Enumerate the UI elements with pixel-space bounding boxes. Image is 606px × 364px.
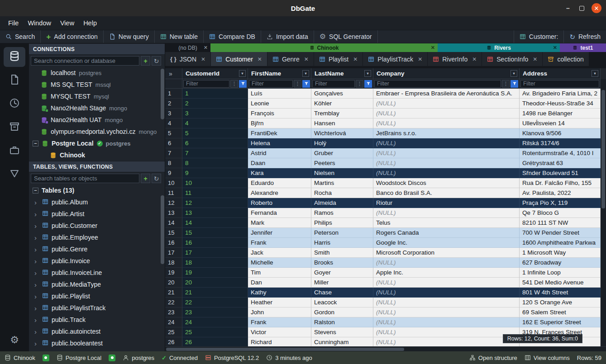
cell-firstname[interactable]: Mark [248, 218, 311, 228]
row-number[interactable]: 3 [165, 109, 182, 118]
cell-firstname[interactable]: John [248, 307, 311, 317]
cell-lastname[interactable]: Gordon [311, 307, 373, 317]
db-group-chinook[interactable]: Chinook✕ [210, 43, 438, 52]
cell-lastname[interactable]: Ralston [311, 317, 373, 327]
column-header-company[interactable]: Company ▾ [373, 68, 520, 79]
cell-lastname[interactable]: Peeters [311, 158, 373, 168]
cell-customerid[interactable]: 12 [182, 198, 248, 208]
cell-firstname[interactable]: Tim [248, 268, 311, 278]
menu-window[interactable]: Window [23, 18, 56, 28]
toolbar-button-customer[interactable]: Customer: [514, 30, 564, 43]
cell-customerid[interactable]: 26 [182, 337, 248, 346]
cell-company[interactable]: (NULL) [373, 158, 520, 168]
toolbar-button-compare-db[interactable]: Compare DB [204, 30, 261, 43]
cell-address[interactable]: Praça Pio X, 119 [520, 198, 601, 208]
cell-company[interactable]: (NULL) [373, 298, 520, 307]
row-number[interactable]: 11 [165, 188, 182, 198]
connection-ms-sql-test[interactable]: MS SQL TESTmssql [29, 79, 165, 90]
cell-firstname[interactable]: Astrid [248, 148, 311, 158]
status-3-minutes-ago[interactable]: 3 minutes ago [266, 355, 312, 361]
cell-company[interactable]: (NULL) [373, 138, 520, 148]
vertical-scroll-thumb[interactable] [601, 90, 605, 208]
cell-company[interactable]: (NULL) [373, 258, 520, 268]
chevron-down-icon[interactable]: ▾ [511, 70, 517, 77]
cell-lastname[interactable]: Miller [311, 278, 373, 288]
cell-customerid[interactable]: 4 [182, 118, 248, 128]
cell-firstname[interactable]: François [248, 109, 311, 118]
cell-customerid[interactable]: 9 [182, 168, 248, 178]
tab-playlist[interactable]: Playlist✕ [314, 52, 363, 66]
connection-nano2health-uat[interactable]: Nano2Health UATmongo [29, 114, 165, 126]
cell-lastname[interactable]: Ramos [311, 208, 373, 218]
cell-firstname[interactable]: Alexandre [248, 188, 311, 198]
row-number[interactable]: 6 [165, 138, 182, 148]
cell-lastname[interactable]: Philips [311, 218, 373, 228]
cell-customerid[interactable]: 11 [182, 188, 248, 198]
connection-mysql-test[interactable]: MYSQL TESTmysql [29, 90, 165, 102]
iconbar-file[interactable] [4, 71, 25, 90]
cell-lastname[interactable]: Cunningham [311, 337, 373, 346]
toolbar-button-new-query[interactable]: New query [104, 30, 155, 43]
row-number[interactable]: 24 [165, 317, 182, 327]
cell-company[interactable]: (NULL) [373, 118, 520, 128]
row-number[interactable]: 4 [165, 118, 182, 128]
row-number[interactable]: 22 [165, 298, 182, 307]
cell-firstname[interactable]: Michelle [248, 258, 311, 268]
tables-scrollbar[interactable] [161, 195, 164, 264]
cell-customerid[interactable]: 3 [182, 109, 248, 118]
cell-address[interactable]: 69 Salem Street [520, 307, 601, 317]
cell-company[interactable]: (NULL) [373, 337, 520, 346]
cell-firstname[interactable]: FrantiĐek [248, 128, 311, 138]
cell-address[interactable]: Ullevĺlsveien 14 [520, 118, 601, 128]
close-icon[interactable]: ✕ [353, 56, 358, 62]
table-public-playlist[interactable]: › public.Playlist [29, 290, 165, 302]
cell-company[interactable]: Banco do Brasil S.A. [373, 188, 520, 198]
cell-company[interactable]: Embraer - Empresa Brasileira de Aeronáut… [373, 89, 520, 99]
cell-company[interactable]: (NULL) [373, 148, 520, 158]
cell-lastname[interactable]: Tremblay [311, 109, 373, 118]
table-public-customer[interactable]: › public.Customer [29, 220, 165, 232]
status-open-structure[interactable]: Open structure [469, 355, 517, 361]
row-number[interactable]: 8 [165, 158, 182, 168]
cell-address[interactable]: Rotenturmstraße 4, 1010 I [520, 148, 601, 158]
db-group-no-db[interactable]: (no DB)✕ [165, 43, 210, 52]
filter-menu-icon[interactable]: ⋮ [502, 80, 510, 88]
cell-firstname[interactable]: Daan [248, 158, 311, 168]
row-number[interactable]: 21 [165, 288, 182, 298]
cell-customerid[interactable]: 8 [182, 158, 248, 168]
cell-company[interactable]: Microsoft Corporation [373, 248, 520, 258]
cell-company[interactable]: (NULL) [373, 168, 520, 178]
cell-firstname[interactable]: Kathy [248, 288, 311, 298]
vertical-scrollbar[interactable] [601, 79, 606, 346]
cell-firstname[interactable]: Frank [248, 317, 311, 327]
cell-company[interactable]: (NULL) [373, 208, 520, 218]
status-postgres[interactable]: postgres [123, 355, 154, 361]
cell-company[interactable]: (NULL) [373, 327, 520, 337]
iconbar-settings[interactable]: ⚙ [0, 334, 29, 346]
row-number[interactable]: 15 [165, 228, 182, 238]
cell-customerid[interactable]: 21 [182, 288, 248, 298]
iconbar-archive[interactable] [4, 118, 25, 137]
cell-address[interactable]: Av. Brigadeiro Faria Lima, 2 [520, 89, 601, 99]
cell-address[interactable]: Klanova 9/506 [520, 128, 601, 138]
cell-customerid[interactable]: 22 [182, 298, 248, 307]
cell-lastname[interactable]: Peterson [311, 228, 373, 238]
chevron-down-icon[interactable]: ▾ [592, 70, 598, 77]
tab-collection[interactable]: collection [543, 52, 589, 66]
status-rows-59[interactable]: Rows: 59 [577, 355, 601, 361]
cell-address[interactable]: Theodor-Heuss-Straße 34 [520, 99, 601, 109]
chevron-right-icon[interactable]: › [34, 340, 39, 347]
refresh-connections-icon[interactable]: ↻ [152, 56, 161, 66]
toolbar-button-import-data[interactable]: Import data [261, 30, 314, 43]
chevron-right-icon[interactable]: › [34, 281, 39, 288]
cell-company[interactable]: Google Inc. [373, 238, 520, 248]
column-header-lastname[interactable]: LastName ▾ [311, 68, 373, 79]
cell-lastname[interactable]: Rocha [311, 188, 373, 198]
cell-customerid[interactable]: 24 [182, 317, 248, 327]
status-status-badge[interactable] [43, 355, 49, 361]
cell-company[interactable]: Rogers Canada [373, 228, 520, 238]
toolbar-button-refresh[interactable]: ↻ Refresh [563, 30, 606, 43]
connections-search-input[interactable] [31, 56, 139, 66]
tables-group-row[interactable]: − Tables (13) [29, 184, 165, 196]
cell-address[interactable]: Qe 7 Bloco G [520, 208, 601, 218]
